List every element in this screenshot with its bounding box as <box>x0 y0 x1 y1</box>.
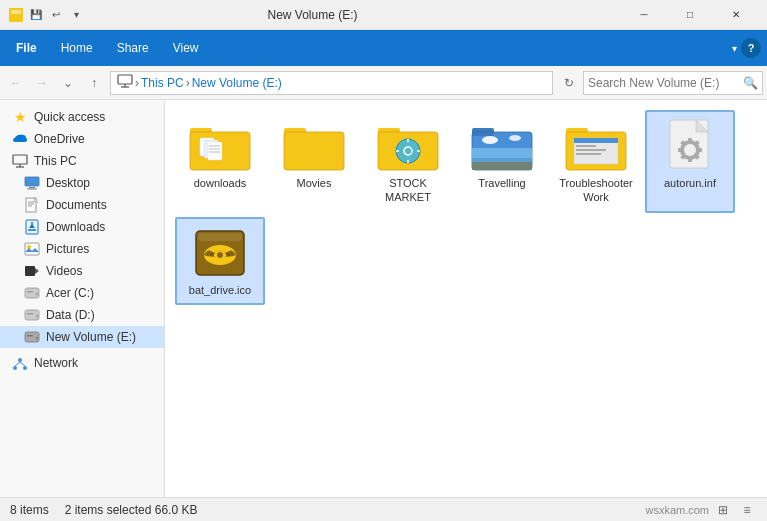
sidebar-item-onedrive[interactable]: OneDrive <box>0 128 164 150</box>
svg-rect-31 <box>27 335 33 337</box>
svg-marker-23 <box>35 268 39 274</box>
folder-movies[interactable]: Movies <box>269 110 359 213</box>
title-bar: 💾 ↩ ▾ New Volume (E:) ─ □ ✕ <box>0 0 767 30</box>
refresh-button[interactable]: ↻ <box>557 71 581 95</box>
svg-rect-9 <box>29 187 35 189</box>
close-button[interactable]: ✕ <box>713 0 759 30</box>
sidebar-item-drive-e[interactable]: New Volume (E:) <box>0 326 164 348</box>
videos-icon <box>24 263 40 279</box>
folder-downloads[interactable]: downloads <box>175 110 265 213</box>
svg-point-34 <box>13 366 17 370</box>
svg-point-29 <box>36 315 39 318</box>
sidebar-label-pictures: Pictures <box>46 242 89 256</box>
ribbon-share-tab[interactable]: Share <box>107 37 159 59</box>
sidebar-label-volume-e: New Volume (E:) <box>46 330 136 344</box>
sidebar-item-videos[interactable]: Videos <box>0 260 164 282</box>
search-box[interactable]: 🔍 <box>583 71 763 95</box>
pictures-icon <box>24 241 40 257</box>
sidebar-label-network: Network <box>34 356 78 370</box>
file-bat-drive-label: bat_drive.ico <box>189 283 251 297</box>
maximize-button[interactable]: □ <box>667 0 713 30</box>
folder-movies-label: Movies <box>297 176 332 190</box>
svg-point-33 <box>18 358 22 362</box>
help-button[interactable]: ? <box>741 38 761 58</box>
ribbon: File Home Share View ▾ ? <box>0 30 767 66</box>
folder-travelling[interactable]: Travelling <box>457 110 547 213</box>
svg-point-93 <box>217 252 223 258</box>
folder-grid: downloads Movies <box>175 110 757 305</box>
sidebar-item-downloads[interactable]: Downloads <box>0 216 164 238</box>
svg-line-37 <box>20 362 25 366</box>
folder-stockmarket-label: STOCK MARKET <box>369 176 447 205</box>
svg-rect-10 <box>27 189 37 190</box>
file-autorun[interactable]: autorun.inf <box>645 110 735 213</box>
downloads-icon <box>24 219 40 235</box>
svg-rect-43 <box>208 142 222 160</box>
sidebar-item-network[interactable]: Network <box>0 352 164 374</box>
sidebar-item-thispc[interactable]: This PC <box>0 150 164 172</box>
svg-rect-82 <box>678 148 682 152</box>
svg-rect-73 <box>576 145 596 147</box>
folder-stockmarket[interactable]: STOCK MARKET <box>363 110 453 213</box>
sidebar-item-documents[interactable]: Documents <box>0 194 164 216</box>
computer-icon <box>12 153 28 169</box>
forward-button[interactable]: → <box>30 71 54 95</box>
up-button[interactable]: ↑ <box>82 71 106 95</box>
ribbon-home-tab[interactable]: Home <box>51 37 103 59</box>
svg-rect-2 <box>118 75 132 84</box>
ribbon-view-tab[interactable]: View <box>163 37 209 59</box>
svg-rect-90 <box>198 233 242 241</box>
folder-troubleshooter-label: Troubleshooter Work <box>557 176 635 205</box>
folder-troubleshooter-icon <box>564 118 628 174</box>
address-path[interactable]: › This PC › New Volume (E:) <box>110 71 553 95</box>
path-thispc[interactable]: This PC <box>141 76 184 90</box>
sidebar-label-desktop: Desktop <box>46 176 90 190</box>
svg-point-79 <box>684 144 696 156</box>
drive-e-icon <box>24 329 40 345</box>
file-bat-drive[interactable]: bat_drive.ico <box>175 217 265 305</box>
folder-travelling-label: Travelling <box>478 176 525 190</box>
sidebar-label-acer: Acer (C:) <box>46 286 94 300</box>
status-item-count: 8 items <box>10 503 49 517</box>
recent-button[interactable]: ⌄ <box>56 71 80 95</box>
sidebar-label-quickaccess: Quick access <box>34 110 105 124</box>
sidebar-label-thispc: This PC <box>34 154 77 168</box>
svg-line-36 <box>15 362 20 366</box>
sidebar-item-drive-d[interactable]: Data (D:) <box>0 304 164 326</box>
svg-rect-22 <box>25 266 35 276</box>
sidebar-item-pictures[interactable]: Pictures <box>0 238 164 260</box>
svg-rect-20 <box>25 243 39 255</box>
folder-movies-icon <box>282 118 346 174</box>
star-icon: ★ <box>12 109 28 125</box>
search-input[interactable] <box>588 76 739 90</box>
sidebar-item-quickaccess[interactable]: ★ Quick access <box>0 106 164 128</box>
svg-rect-81 <box>688 158 692 162</box>
view-icons-button[interactable]: ⊞ <box>713 500 733 520</box>
ribbon-expand-icon[interactable]: ▾ <box>732 43 737 54</box>
brand-label: wsxkam.com <box>645 504 709 516</box>
folder-downloads-label: downloads <box>194 176 247 190</box>
search-icon: 🔍 <box>743 76 758 90</box>
sidebar-label-documents: Documents <box>46 198 107 212</box>
window-controls: ─ □ ✕ <box>621 0 759 30</box>
sidebar-label-videos: Videos <box>46 264 82 278</box>
sidebar-item-drive-c[interactable]: Acer (C:) <box>0 282 164 304</box>
file-autorun-label: autorun.inf <box>664 176 716 190</box>
folder-troubleshooter[interactable]: Troubleshooter Work <box>551 110 641 213</box>
svg-point-26 <box>36 293 39 296</box>
ribbon-file-tab[interactable]: File <box>6 37 47 59</box>
sidebar-item-desktop[interactable]: Desktop <box>0 172 164 194</box>
sidebar: ★ Quick access OneDrive This PC Desktop <box>0 100 165 497</box>
documents-icon <box>24 197 40 213</box>
drive-d-icon <box>24 307 40 323</box>
path-volume[interactable]: New Volume (E:) <box>192 76 282 90</box>
folder-stockmarket-icon <box>376 118 440 174</box>
minimize-button[interactable]: ─ <box>621 0 667 30</box>
svg-point-32 <box>36 337 39 340</box>
status-bar: 8 items 2 items selected 66.0 KB wsxkam.… <box>0 497 767 521</box>
network-icon <box>12 355 28 371</box>
view-list-button[interactable]: ≡ <box>737 500 757 520</box>
path-computer-icon <box>117 74 133 91</box>
cloud-icon <box>12 131 28 147</box>
back-button[interactable]: ← <box>4 71 28 95</box>
